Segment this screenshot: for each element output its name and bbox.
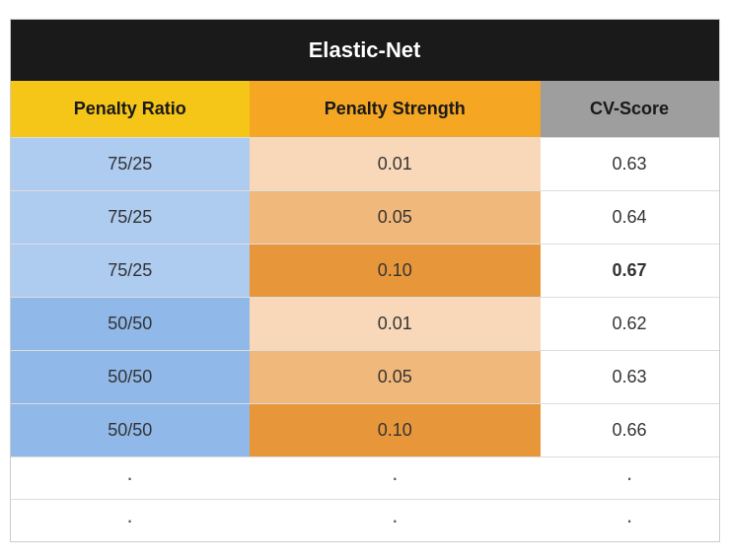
cell-penalty-strength: 0.01 — [250, 137, 541, 190]
table-row: 75/250.050.64 — [11, 190, 719, 244]
header-row: Penalty Ratio Penalty Strength CV-Score — [11, 81, 719, 138]
table-title: Elastic-Net — [11, 20, 719, 81]
cell-penalty-ratio: 50/50 — [11, 297, 250, 350]
cell-penalty-ratio: 50/50 — [11, 403, 250, 456]
dots-row: ··· — [11, 456, 719, 499]
dots-cell: · — [250, 499, 541, 541]
dots-row: ··· — [11, 499, 719, 541]
cell-penalty-strength: 0.05 — [250, 350, 541, 403]
cell-cv-score: 0.63 — [541, 350, 719, 403]
header-penalty-ratio: Penalty Ratio — [11, 81, 250, 138]
cell-cv-score: 0.64 — [541, 190, 719, 244]
table-row: 75/250.100.67 — [11, 244, 719, 297]
cell-penalty-ratio: 75/25 — [11, 244, 250, 297]
cell-penalty-ratio: 75/25 — [11, 190, 250, 244]
cell-cv-score: 0.67 — [541, 244, 719, 297]
dots-cell: · — [541, 456, 719, 499]
elastic-net-table: Elastic-Net Penalty Ratio Penalty Streng… — [10, 19, 720, 542]
dots-cell: · — [250, 456, 541, 499]
table-row: 50/500.050.63 — [11, 350, 719, 403]
dots-cell: · — [541, 499, 719, 541]
cell-penalty-strength: 0.10 — [250, 403, 541, 456]
cell-penalty-strength: 0.05 — [250, 190, 541, 244]
cell-penalty-ratio: 75/25 — [11, 137, 250, 190]
cell-penalty-strength: 0.10 — [250, 244, 541, 297]
header-penalty-strength: Penalty Strength — [250, 81, 541, 138]
title-row: Elastic-Net — [11, 20, 719, 81]
table-row: 50/500.010.62 — [11, 297, 719, 350]
cell-cv-score: 0.62 — [541, 297, 719, 350]
header-cv-score: CV-Score — [541, 81, 719, 138]
cell-cv-score: 0.63 — [541, 137, 719, 190]
cell-penalty-ratio: 50/50 — [11, 350, 250, 403]
table-row: 75/250.010.63 — [11, 137, 719, 190]
dots-cell: · — [11, 456, 250, 499]
cell-penalty-strength: 0.01 — [250, 297, 541, 350]
dots-cell: · — [11, 499, 250, 541]
table-row: 50/500.100.66 — [11, 403, 719, 456]
cell-cv-score: 0.66 — [541, 403, 719, 456]
